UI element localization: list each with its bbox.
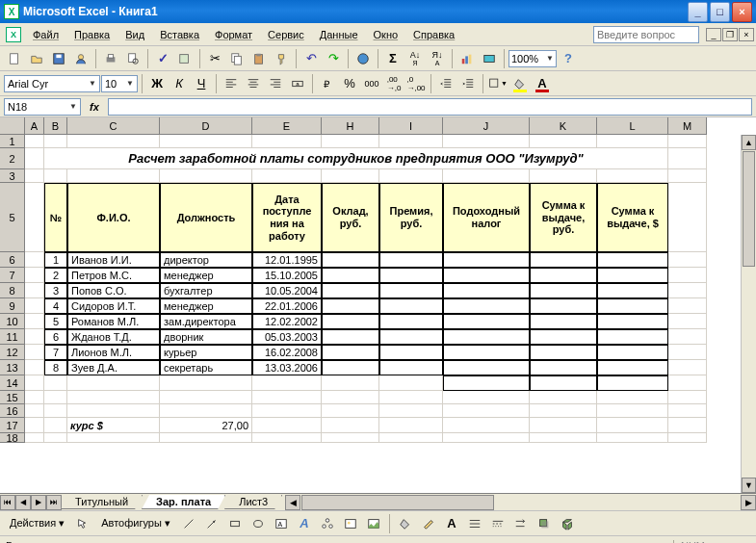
tab-first-button[interactable]: ⏮ xyxy=(0,495,15,510)
tab-prev-button[interactable]: ◀ xyxy=(15,495,31,510)
row-header-9[interactable]: 9 xyxy=(0,298,25,314)
fill-color-draw-button[interactable] xyxy=(395,513,416,534)
menu-сервис[interactable]: Сервис xyxy=(260,26,312,43)
horizontal-scrollbar[interactable]: ◀ ▶ xyxy=(285,495,756,510)
cell[interactable] xyxy=(668,360,707,375)
merge-center-button[interactable]: a xyxy=(287,73,308,94)
cell[interactable] xyxy=(668,169,707,183)
cell[interactable] xyxy=(379,329,443,345)
diagram-button[interactable] xyxy=(317,513,338,534)
cell[interactable] xyxy=(25,268,44,283)
cell[interactable] xyxy=(322,252,379,268)
cell[interactable]: 7 xyxy=(44,345,67,360)
kurs-label-cell[interactable]: курс $ xyxy=(67,418,160,433)
autosum-button[interactable]: Σ xyxy=(382,48,404,69)
mdi-minimize-button[interactable]: _ xyxy=(706,28,721,41)
font-name-dropdown[interactable]: Arial Cyr▼ xyxy=(4,75,100,92)
wordart-button[interactable]: A xyxy=(294,513,315,534)
menu-данные[interactable]: Данные xyxy=(312,26,366,43)
menu-формат[interactable]: Формат xyxy=(207,26,260,43)
cell[interactable] xyxy=(252,391,322,404)
3d-button[interactable] xyxy=(557,513,578,534)
comma-button[interactable]: 000 xyxy=(361,73,382,94)
new-button[interactable] xyxy=(4,48,25,69)
cell[interactable]: зам.директора xyxy=(160,314,252,329)
cell[interactable] xyxy=(530,268,597,283)
row-header-12[interactable]: 12 xyxy=(0,345,25,360)
hyperlink-button[interactable] xyxy=(352,48,374,69)
cell[interactable]: Сидоров И.Т. xyxy=(67,298,160,314)
cell[interactable] xyxy=(530,314,597,329)
cell[interactable] xyxy=(379,169,443,183)
cut-button[interactable]: ✂ xyxy=(204,48,225,69)
cell[interactable]: дворник xyxy=(160,329,252,345)
cell[interactable] xyxy=(668,375,707,391)
scroll-left-button[interactable]: ◀ xyxy=(285,495,300,510)
cell[interactable] xyxy=(67,169,160,183)
row-header-6[interactable]: 6 xyxy=(0,252,25,268)
cell[interactable] xyxy=(379,391,443,404)
row-header-3[interactable]: 3 xyxy=(0,169,25,183)
cell[interactable] xyxy=(322,298,379,314)
cell[interactable]: 4 xyxy=(44,298,67,314)
font-color-draw-button[interactable]: A xyxy=(441,513,462,534)
worksheet-tab-2[interactable]: Лист3 xyxy=(224,495,282,509)
cell[interactable] xyxy=(160,404,252,418)
cell[interactable] xyxy=(597,360,668,375)
textbox-button[interactable]: A xyxy=(271,513,292,534)
cell[interactable] xyxy=(443,329,530,345)
cell[interactable] xyxy=(530,360,597,375)
cell[interactable] xyxy=(443,433,530,443)
cell[interactable] xyxy=(25,329,44,345)
cell[interactable] xyxy=(25,183,44,252)
menu-окно[interactable]: Окно xyxy=(366,26,406,43)
autoshapes-menu[interactable]: Автофигуры ▾ xyxy=(95,517,176,530)
cell[interactable] xyxy=(668,433,707,443)
cell[interactable] xyxy=(443,404,530,418)
spelling-button[interactable]: ✓ xyxy=(152,48,173,69)
cell[interactable] xyxy=(530,169,597,183)
row-header-8[interactable]: 8 xyxy=(0,283,25,298)
column-header-C[interactable]: C xyxy=(67,117,160,135)
menu-правка[interactable]: Правка xyxy=(66,26,117,43)
cell[interactable]: Петров М.С. xyxy=(67,268,160,283)
cell[interactable] xyxy=(160,391,252,404)
cell[interactable] xyxy=(443,418,530,433)
chart-wizard-button[interactable] xyxy=(456,48,478,69)
cell[interactable] xyxy=(668,329,707,345)
cell[interactable]: 15.10.2005 xyxy=(252,268,322,283)
table-header[interactable]: Премия, руб. xyxy=(379,183,443,252)
table-header[interactable]: Оклад, руб. xyxy=(322,183,379,252)
cell[interactable] xyxy=(252,375,322,391)
row-header-2[interactable]: 2 xyxy=(0,148,25,169)
cell[interactable] xyxy=(530,135,597,148)
rectangle-button[interactable] xyxy=(224,513,246,534)
cell[interactable] xyxy=(443,135,530,148)
cell[interactable] xyxy=(252,135,322,148)
cell[interactable] xyxy=(25,252,44,268)
oval-button[interactable] xyxy=(248,513,269,534)
cell[interactable] xyxy=(322,169,379,183)
cell[interactable] xyxy=(322,391,379,404)
cell[interactable] xyxy=(25,360,44,375)
cell[interactable] xyxy=(322,375,379,391)
mdi-restore-button[interactable]: ❐ xyxy=(722,28,738,41)
row-header-11[interactable]: 11 xyxy=(0,329,25,345)
arrow-style-button[interactable] xyxy=(510,513,532,534)
underline-button[interactable]: Ч xyxy=(191,73,212,94)
cell[interactable] xyxy=(67,375,160,391)
tab-last-button[interactable]: ⏭ xyxy=(46,495,62,510)
cell[interactable] xyxy=(160,135,252,148)
vertical-scrollbar[interactable]: ▲ ▼ xyxy=(741,135,756,493)
cell[interactable] xyxy=(25,375,44,391)
cell[interactable] xyxy=(379,298,443,314)
cell[interactable] xyxy=(44,391,67,404)
cell[interactable] xyxy=(530,391,597,404)
cell[interactable] xyxy=(379,433,443,443)
horizontal-scroll-thumb[interactable] xyxy=(301,495,494,510)
vertical-scroll-thumb[interactable] xyxy=(743,151,755,267)
worksheet-grid[interactable]: ABCDEHIJKLM 12356789101112131415161718 Р… xyxy=(0,117,756,493)
mdi-close-button[interactable]: × xyxy=(739,28,754,41)
row-header-1[interactable]: 1 xyxy=(0,135,25,148)
cell[interactable] xyxy=(322,135,379,148)
